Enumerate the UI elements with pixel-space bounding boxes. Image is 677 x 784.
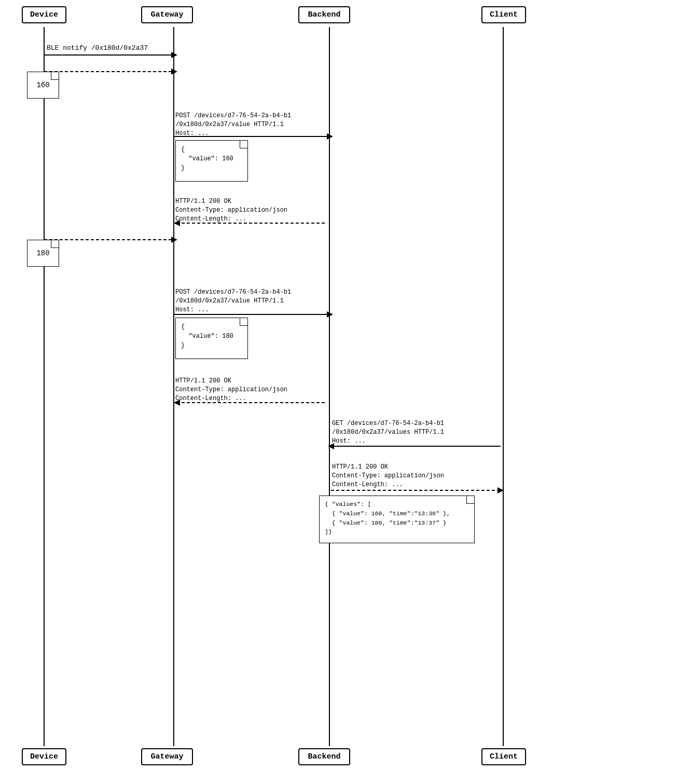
sequence-diagram: Device Gateway Backend Client Device Gat… (0, 0, 677, 784)
note-160: 160 (27, 72, 59, 99)
svg-marker-15 (327, 311, 333, 318)
msg6-label: POST /devices/d7-76-54-2a-b4-b1/0x180d/0… (175, 288, 291, 314)
note-json-160: { "value": 160} (175, 140, 248, 182)
svg-marker-9 (327, 133, 333, 140)
svg-marker-13 (171, 237, 177, 243)
msg9-label: HTTP/1.1 200 OKContent-Type: application… (332, 463, 444, 489)
actor-box-device-top: Device (22, 6, 66, 23)
actor-box-client-bottom: Client (481, 748, 526, 765)
svg-marker-5 (171, 52, 177, 58)
actor-box-gateway-top: Gateway (141, 6, 193, 23)
arrows-layer (0, 0, 677, 784)
msg1-label: BLE notify /0x180d/0x2a37 (47, 44, 148, 53)
actor-box-backend-top: Backend (298, 6, 350, 23)
actor-box-backend-bottom: Backend (298, 748, 350, 765)
actor-box-gateway-bottom: Gateway (141, 748, 193, 765)
msg4-label: HTTP/1.1 200 OKContent-Type: application… (175, 197, 287, 223)
note-180: 180 (27, 240, 59, 267)
actor-box-client-top: Client (481, 6, 526, 23)
msg7-label: HTTP/1.1 200 OKContent-Type: application… (175, 377, 287, 403)
note-json-180: { "value": 180} (175, 318, 248, 359)
note-values-array: { "values": [ { "value": 160, "time":"13… (319, 496, 475, 543)
svg-marker-21 (498, 487, 504, 493)
svg-marker-7 (171, 68, 177, 75)
msg8-label: GET /devices/d7-76-54-2a-b4-b1/0x180d/0x… (332, 419, 444, 445)
msg3-label: POST /devices/d7-76-54-2a-b4-b1/0x180d/0… (175, 112, 291, 137)
actor-box-device-bottom: Device (22, 748, 66, 765)
